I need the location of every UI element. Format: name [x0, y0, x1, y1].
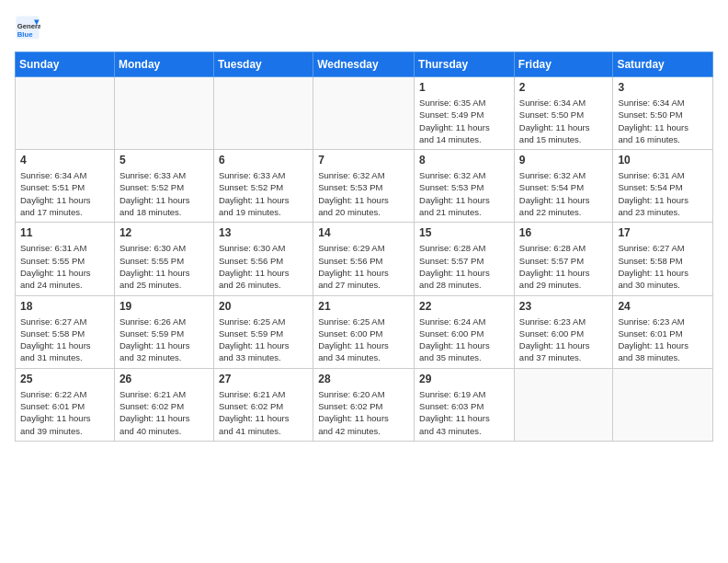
day-number: 18: [20, 300, 109, 313]
day-info: Sunrise: 6:32 AM Sunset: 5:53 PM Dayligh…: [419, 169, 509, 218]
calendar-week-4: 18Sunrise: 6:27 AM Sunset: 5:58 PM Dayli…: [16, 295, 713, 368]
calendar-cell: 23Sunrise: 6:23 AM Sunset: 6:00 PM Dayli…: [514, 295, 613, 368]
calendar-cell: [114, 77, 213, 150]
calendar-body: 1Sunrise: 6:35 AM Sunset: 5:49 PM Daylig…: [16, 77, 713, 442]
header-day-monday: Monday: [114, 52, 213, 77]
day-info: Sunrise: 6:31 AM Sunset: 5:55 PM Dayligh…: [20, 242, 109, 291]
day-info: Sunrise: 6:19 AM Sunset: 6:03 PM Dayligh…: [419, 388, 509, 437]
day-number: 21: [318, 300, 409, 313]
day-info: Sunrise: 6:21 AM Sunset: 6:02 PM Dayligh…: [119, 388, 209, 437]
calendar-cell: 19Sunrise: 6:26 AM Sunset: 5:59 PM Dayli…: [114, 295, 213, 368]
calendar-cell: 14Sunrise: 6:29 AM Sunset: 5:56 PM Dayli…: [313, 223, 415, 295]
calendar-cell: 6Sunrise: 6:33 AM Sunset: 5:52 PM Daylig…: [213, 150, 313, 223]
calendar-cell: 28Sunrise: 6:20 AM Sunset: 6:02 PM Dayli…: [313, 368, 415, 441]
calendar-cell: [313, 77, 415, 150]
day-info: Sunrise: 6:32 AM Sunset: 5:53 PM Dayligh…: [318, 169, 409, 218]
calendar-cell: 22Sunrise: 6:24 AM Sunset: 6:00 PM Dayli…: [415, 295, 515, 368]
day-info: Sunrise: 6:27 AM Sunset: 5:58 PM Dayligh…: [20, 316, 109, 364]
day-info: Sunrise: 6:22 AM Sunset: 6:01 PM Dayligh…: [20, 388, 109, 437]
header-day-wednesday: Wednesday: [313, 52, 415, 77]
calendar-cell: 1Sunrise: 6:35 AM Sunset: 5:49 PM Daylig…: [415, 77, 515, 150]
day-info: Sunrise: 6:25 AM Sunset: 6:00 PM Dayligh…: [318, 316, 409, 364]
day-number: 1: [419, 81, 509, 94]
day-info: Sunrise: 6:26 AM Sunset: 5:59 PM Dayligh…: [119, 316, 209, 364]
calendar-cell: 16Sunrise: 6:28 AM Sunset: 5:57 PM Dayli…: [514, 223, 613, 295]
day-info: Sunrise: 6:21 AM Sunset: 6:02 PM Dayligh…: [219, 388, 308, 437]
header-day-thursday: Thursday: [415, 52, 515, 77]
day-number: 22: [419, 300, 509, 313]
day-info: Sunrise: 6:33 AM Sunset: 5:52 PM Dayligh…: [119, 169, 209, 218]
header-day-saturday: Saturday: [613, 52, 713, 77]
day-info: Sunrise: 6:20 AM Sunset: 6:02 PM Dayligh…: [318, 388, 409, 437]
day-number: 26: [119, 373, 209, 385]
day-info: Sunrise: 6:31 AM Sunset: 5:54 PM Dayligh…: [618, 169, 708, 218]
page-header: General Blue: [15, 15, 713, 40]
header-day-friday: Friday: [514, 52, 613, 77]
day-number: 14: [318, 226, 409, 239]
day-info: Sunrise: 6:28 AM Sunset: 5:57 PM Dayligh…: [419, 242, 509, 291]
calendar-week-1: 1Sunrise: 6:35 AM Sunset: 5:49 PM Daylig…: [16, 77, 713, 150]
day-number: 3: [618, 81, 708, 94]
calendar-cell: 4Sunrise: 6:34 AM Sunset: 5:51 PM Daylig…: [16, 150, 115, 223]
calendar-cell: 17Sunrise: 6:27 AM Sunset: 5:58 PM Dayli…: [613, 223, 713, 295]
day-info: Sunrise: 6:33 AM Sunset: 5:52 PM Dayligh…: [219, 169, 308, 218]
header-row: SundayMondayTuesdayWednesdayThursdayFrid…: [16, 52, 713, 77]
calendar-cell: 20Sunrise: 6:25 AM Sunset: 5:59 PM Dayli…: [213, 295, 313, 368]
logo: General Blue: [15, 15, 44, 40]
day-info: Sunrise: 6:23 AM Sunset: 6:01 PM Dayligh…: [618, 316, 708, 364]
day-number: 10: [618, 154, 708, 167]
calendar-cell: 2Sunrise: 6:34 AM Sunset: 5:50 PM Daylig…: [514, 77, 613, 150]
day-number: 9: [519, 154, 609, 167]
calendar-cell: 18Sunrise: 6:27 AM Sunset: 5:58 PM Dayli…: [16, 295, 115, 368]
day-info: Sunrise: 6:28 AM Sunset: 5:57 PM Dayligh…: [519, 242, 609, 291]
day-number: 23: [519, 300, 609, 313]
day-number: 29: [419, 373, 509, 385]
day-number: 4: [20, 154, 109, 167]
day-number: 16: [519, 226, 609, 239]
day-number: 20: [219, 300, 308, 313]
day-number: 5: [119, 154, 209, 167]
day-info: Sunrise: 6:25 AM Sunset: 5:59 PM Dayligh…: [219, 316, 308, 364]
day-number: 6: [219, 154, 308, 167]
calendar-week-3: 11Sunrise: 6:31 AM Sunset: 5:55 PM Dayli…: [16, 223, 713, 295]
header-day-sunday: Sunday: [16, 52, 115, 77]
calendar-cell: 12Sunrise: 6:30 AM Sunset: 5:55 PM Dayli…: [114, 223, 213, 295]
calendar-cell: [16, 77, 115, 150]
day-number: 11: [20, 226, 109, 239]
calendar-cell: 5Sunrise: 6:33 AM Sunset: 5:52 PM Daylig…: [114, 150, 213, 223]
calendar-cell: 9Sunrise: 6:32 AM Sunset: 5:54 PM Daylig…: [514, 150, 613, 223]
day-number: 7: [318, 154, 409, 167]
day-number: 17: [618, 226, 708, 239]
calendar-table: SundayMondayTuesdayWednesdayThursdayFrid…: [15, 52, 713, 442]
calendar-cell: 15Sunrise: 6:28 AM Sunset: 5:57 PM Dayli…: [415, 223, 515, 295]
calendar-header: SundayMondayTuesdayWednesdayThursdayFrid…: [16, 52, 713, 77]
calendar-cell: 21Sunrise: 6:25 AM Sunset: 6:00 PM Dayli…: [313, 295, 415, 368]
day-number: 12: [119, 226, 209, 239]
day-number: 25: [20, 373, 109, 385]
day-number: 8: [419, 154, 509, 167]
day-info: Sunrise: 6:23 AM Sunset: 6:00 PM Dayligh…: [519, 316, 609, 364]
day-info: Sunrise: 6:29 AM Sunset: 5:56 PM Dayligh…: [318, 242, 409, 291]
calendar-week-5: 25Sunrise: 6:22 AM Sunset: 6:01 PM Dayli…: [16, 368, 713, 441]
day-number: 15: [419, 226, 509, 239]
day-info: Sunrise: 6:24 AM Sunset: 6:00 PM Dayligh…: [419, 316, 509, 364]
day-number: 2: [519, 81, 609, 94]
day-number: 13: [219, 226, 308, 239]
day-info: Sunrise: 6:30 AM Sunset: 5:55 PM Dayligh…: [119, 242, 209, 291]
day-number: 28: [318, 373, 409, 385]
calendar-cell: 11Sunrise: 6:31 AM Sunset: 5:55 PM Dayli…: [16, 223, 115, 295]
calendar-cell: 29Sunrise: 6:19 AM Sunset: 6:03 PM Dayli…: [415, 368, 515, 441]
day-number: 19: [119, 300, 209, 313]
day-number: 27: [219, 373, 308, 385]
day-info: Sunrise: 6:34 AM Sunset: 5:50 PM Dayligh…: [618, 97, 708, 145]
calendar-cell: [613, 368, 713, 441]
day-info: Sunrise: 6:27 AM Sunset: 5:58 PM Dayligh…: [618, 242, 708, 291]
svg-text:Blue: Blue: [17, 30, 33, 39]
day-info: Sunrise: 6:35 AM Sunset: 5:49 PM Dayligh…: [419, 97, 509, 145]
day-number: 24: [618, 300, 708, 313]
calendar-cell: 27Sunrise: 6:21 AM Sunset: 6:02 PM Dayli…: [213, 368, 313, 441]
day-info: Sunrise: 6:34 AM Sunset: 5:50 PM Dayligh…: [519, 97, 609, 145]
calendar-cell: [514, 368, 613, 441]
calendar-cell: 26Sunrise: 6:21 AM Sunset: 6:02 PM Dayli…: [114, 368, 213, 441]
day-info: Sunrise: 6:30 AM Sunset: 5:56 PM Dayligh…: [219, 242, 308, 291]
